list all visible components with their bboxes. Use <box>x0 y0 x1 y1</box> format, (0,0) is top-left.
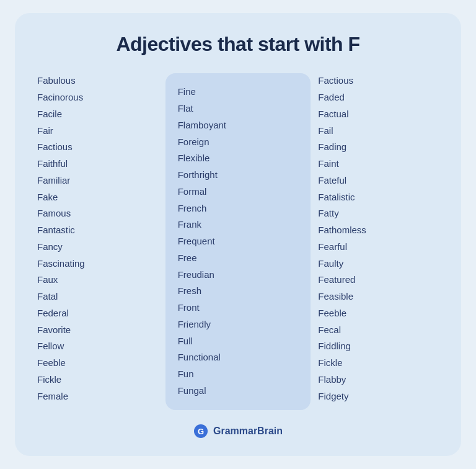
list-item: Fickle <box>37 372 158 388</box>
footer: G GrammarBrain <box>37 424 439 439</box>
list-item: Fathomless <box>318 223 439 238</box>
list-item: Fidgety <box>318 389 439 404</box>
list-item: Frequent <box>178 234 299 249</box>
list-item: Fading <box>318 140 439 155</box>
list-item: Formal <box>178 184 299 200</box>
list-item: Friendly <box>178 317 299 333</box>
middle-column: FineFlatFlamboyantForeignFlexibleForthri… <box>165 73 311 409</box>
list-item: Fatalistic <box>318 190 439 205</box>
list-item: Famous <box>37 206 158 221</box>
grammarbrain-logo-icon: G <box>193 424 208 439</box>
list-item: Faulty <box>318 256 439 272</box>
right-column: FactiousFadedFactualFailFadingFaintFatef… <box>318 73 439 404</box>
list-item: Flat <box>178 101 299 117</box>
list-item: Faded <box>318 90 439 105</box>
list-item: Featured <box>318 272 439 288</box>
list-item: Fellow <box>37 339 158 354</box>
list-item: French <box>178 201 299 217</box>
list-item: Faithful <box>37 156 158 172</box>
list-item: Feeble <box>37 355 158 371</box>
list-item: Forthright <box>178 168 299 183</box>
columns-wrapper: FabulousFacinorousFacileFairFactiousFait… <box>37 73 439 409</box>
list-item: Foreign <box>178 135 299 150</box>
list-item: Functional <box>178 350 299 365</box>
list-item: Feeble <box>318 306 439 321</box>
list-item: Full <box>178 334 299 349</box>
list-item: Freudian <box>178 267 299 283</box>
list-item: Familiar <box>37 173 158 189</box>
footer-brand: GrammarBrain <box>213 426 283 437</box>
list-item: Fickle <box>318 355 439 371</box>
list-item: Female <box>37 389 158 404</box>
list-item: Factual <box>318 107 439 122</box>
list-item: Fearful <box>318 239 439 255</box>
list-item: Favorite <box>37 323 158 338</box>
svg-text:G: G <box>198 427 204 436</box>
list-item: Fatal <box>37 289 158 305</box>
list-item: Facile <box>37 107 158 122</box>
list-item: Flamboyant <box>178 118 299 133</box>
list-item: Fake <box>37 190 158 205</box>
list-item: Factious <box>318 73 439 89</box>
list-item: Flabby <box>318 372 439 388</box>
list-item: Fancy <box>37 239 158 255</box>
main-card: Adjectives that start with F FabulousFac… <box>15 13 461 455</box>
list-item: Fatty <box>318 206 439 221</box>
list-item: Fecal <box>318 323 439 338</box>
list-item: Free <box>178 251 299 266</box>
list-item: Faux <box>37 272 158 288</box>
list-item: Fascinating <box>37 256 158 272</box>
page-title: Adjectives that start with F <box>37 33 439 56</box>
list-item: Front <box>178 300 299 316</box>
list-item: Factious <box>37 140 158 155</box>
list-item: Flexible <box>178 151 299 166</box>
list-item: Fine <box>178 84 299 100</box>
list-item: Faint <box>318 156 439 172</box>
list-item: Federal <box>37 306 158 321</box>
list-item: Fun <box>178 367 299 382</box>
list-item: Fiddling <box>318 339 439 354</box>
left-column: FabulousFacinorousFacileFairFactiousFait… <box>37 73 158 404</box>
list-item: Fateful <box>318 173 439 189</box>
list-item: Fail <box>318 123 439 139</box>
list-item: Fungal <box>178 383 299 399</box>
list-item: Fabulous <box>37 73 158 89</box>
list-item: Facinorous <box>37 90 158 105</box>
list-item: Fantastic <box>37 223 158 238</box>
list-item: Fresh <box>178 284 299 299</box>
list-item: Feasible <box>318 289 439 305</box>
list-item: Fair <box>37 123 158 139</box>
list-item: Frank <box>178 217 299 233</box>
